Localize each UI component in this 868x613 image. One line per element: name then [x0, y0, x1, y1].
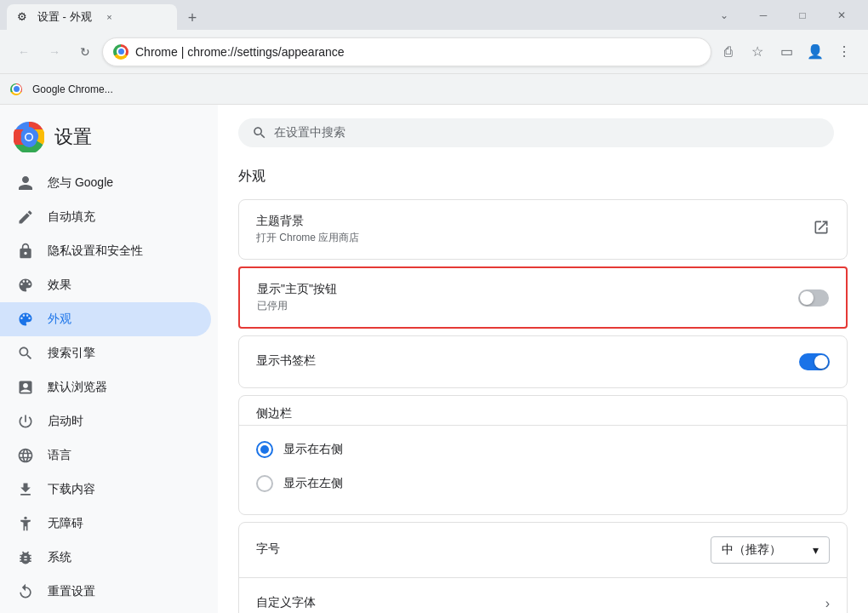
home-button-row[interactable]: 显示"主页"按钮 已停用 — [240, 268, 846, 327]
share-icon[interactable]: ⎙ — [715, 38, 742, 66]
radio-left-side[interactable]: 显示在左侧 — [256, 467, 830, 501]
nav-label: 您与 Google — [48, 175, 113, 191]
url-text: Chrome | chrome://settings/appearance — [135, 45, 700, 59]
font-dropdown[interactable]: 中（推荐） ▾ — [711, 536, 830, 564]
sidebar-radio-group: 显示在右侧 显示在左侧 — [239, 426, 847, 514]
chevron-button[interactable]: ⌄ — [705, 0, 744, 30]
bookmarks-bar-action[interactable] — [799, 353, 830, 370]
refresh-button[interactable]: ↻ — [71, 38, 99, 66]
chevron-right-icon: › — [825, 596, 830, 611]
nav-label: 自动填充 — [48, 209, 95, 225]
theme-row[interactable]: 主题背景 打开 Chrome 应用商店 — [239, 200, 847, 259]
theme-label: 主题背景 — [256, 214, 813, 229]
search-bar[interactable]: 在设置中搜索 — [238, 118, 834, 147]
bookmarks-card: 显示书签栏 — [238, 335, 848, 388]
nav-item-system[interactable]: 系统 — [0, 541, 211, 575]
search-bar-container: 在设置中搜索 — [218, 105, 868, 154]
section-title: 外观 — [218, 154, 868, 192]
nav-item-reset[interactable]: 重置设置 — [0, 575, 211, 609]
search-placeholder-text: 在设置中搜索 — [274, 125, 345, 140]
radio-left-circle[interactable] — [256, 475, 273, 492]
radio-right-circle[interactable] — [256, 441, 273, 458]
tab-favicon: ⚙ — [17, 10, 31, 24]
address-bar-row: ← → ↻ Chrome | chrome://settings/appeara… — [0, 30, 868, 74]
nav-label: 重置设置 — [48, 584, 95, 599]
cast-icon[interactable]: ▭ — [773, 38, 800, 66]
sidebar-section-card: 侧边栏 显示在右侧 显示在左侧 — [238, 395, 848, 515]
nav-item-language[interactable]: 语言 — [0, 438, 211, 473]
tab-strip: ⚙ 设置 - 外观 × + — [7, 0, 705, 30]
theme-sublabel: 打开 Chrome 应用商店 — [256, 231, 813, 245]
menu-icon[interactable]: ⋮ — [831, 38, 858, 66]
site-icon — [113, 44, 128, 60]
home-button-toggle[interactable] — [798, 289, 829, 306]
address-bar[interactable]: Chrome | chrome://settings/appearance — [102, 37, 711, 66]
home-button-sublabel: 已停用 — [257, 299, 798, 313]
nav-item-you-and-google[interactable]: 您与 Google — [0, 166, 211, 200]
window-controls: ⌄ ─ □ ✕ — [705, 0, 861, 30]
toolbar-icons: ⎙ ☆ ▭ 👤 ⋮ — [715, 38, 858, 66]
edit-icon — [17, 209, 34, 226]
forward-button[interactable]: → — [41, 38, 68, 66]
font-action[interactable]: 中（推荐） ▾ — [711, 536, 830, 564]
custom-font-action[interactable]: › — [825, 596, 830, 611]
font-row[interactable]: 字号 中（推荐） ▾ — [239, 523, 847, 578]
radio-right-side[interactable]: 显示在右侧 — [256, 433, 830, 467]
tab-title: 设置 - 外观 — [37, 9, 92, 25]
home-button-action[interactable] — [798, 289, 829, 306]
nav-label: 效果 — [48, 278, 71, 293]
accessibility-icon — [17, 515, 34, 532]
tab-close-button[interactable]: × — [102, 9, 117, 25]
title-bar: ⚙ 设置 - 外观 × + ⌄ ─ □ ✕ — [0, 0, 868, 30]
theme-info: 主题背景 打开 Chrome 应用商店 — [256, 214, 813, 245]
bookmark-favicon — [10, 83, 22, 95]
nav-label: 默认浏览器 — [48, 380, 107, 395]
nav-item-appearance[interactable]: 外观 — [0, 302, 211, 336]
font-card: 字号 中（推荐） ▾ 自定义字体 › — [238, 522, 848, 613]
nav-label: 启动时 — [48, 414, 83, 429]
nav-item-downloads[interactable]: 下载内容 — [0, 473, 211, 507]
toggle-knob — [814, 355, 828, 369]
nav-item-effects[interactable]: 效果 — [0, 268, 211, 302]
close-button[interactable]: ✕ — [822, 0, 861, 30]
bookmarks-bar-label: 显示书签栏 — [256, 353, 799, 369]
nav-label: 外观 — [48, 312, 71, 327]
external-link-icon — [813, 219, 830, 240]
nav-label: 下载内容 — [48, 482, 95, 497]
bookmark-icon[interactable]: ☆ — [744, 38, 771, 66]
nav-item-accessibility[interactable]: 无障碍 — [0, 507, 211, 541]
nav-label: 搜索引擎 — [48, 346, 95, 361]
theme-action[interactable] — [813, 219, 830, 240]
chevron-down-icon: ▾ — [813, 543, 819, 557]
profile-icon[interactable]: 👤 — [802, 38, 829, 66]
bookmark-item-google-chrome[interactable]: Google Chrome... — [26, 80, 120, 99]
startup-icon — [17, 413, 34, 430]
restore-button[interactable]: □ — [783, 0, 822, 30]
nav-item-default-browser[interactable]: 默认浏览器 — [0, 370, 211, 404]
nav-label: 无障碍 — [48, 516, 83, 531]
nav-item-on-startup[interactable]: 启动时 — [0, 404, 211, 438]
bookmark-label: Google Chrome... — [32, 83, 113, 95]
custom-font-info: 自定义字体 — [256, 595, 825, 612]
bookmarks-bar-toggle[interactable] — [799, 353, 830, 370]
bookmarks-bar-row[interactable]: 显示书签栏 — [239, 336, 847, 387]
svg-point-5 — [24, 517, 26, 519]
nav-item-search[interactable]: 搜索引擎 — [0, 336, 211, 370]
custom-font-label: 自定义字体 — [256, 595, 825, 610]
font-info: 字号 — [256, 541, 711, 559]
nav-item-autofill[interactable]: 自动填充 — [0, 200, 211, 234]
new-tab-button[interactable]: + — [180, 6, 204, 30]
custom-font-row[interactable]: 自定义字体 › — [239, 578, 847, 613]
minimize-button[interactable]: ─ — [744, 0, 783, 30]
settings-header: 设置 — [0, 105, 218, 166]
back-button[interactable]: ← — [10, 38, 37, 66]
sidebar-section-title: 侧边栏 — [239, 396, 847, 426]
appearance-icon — [17, 311, 34, 328]
active-tab[interactable]: ⚙ 设置 - 外观 × — [7, 4, 177, 30]
font-label: 字号 — [256, 541, 711, 557]
nav-item-privacy[interactable]: 隐私设置和安全性 — [0, 234, 211, 268]
nav-label: 隐私设置和安全性 — [48, 243, 143, 259]
bookmarks-bar-info: 显示书签栏 — [256, 353, 799, 370]
person-icon — [17, 175, 34, 192]
lock-icon — [17, 243, 34, 260]
